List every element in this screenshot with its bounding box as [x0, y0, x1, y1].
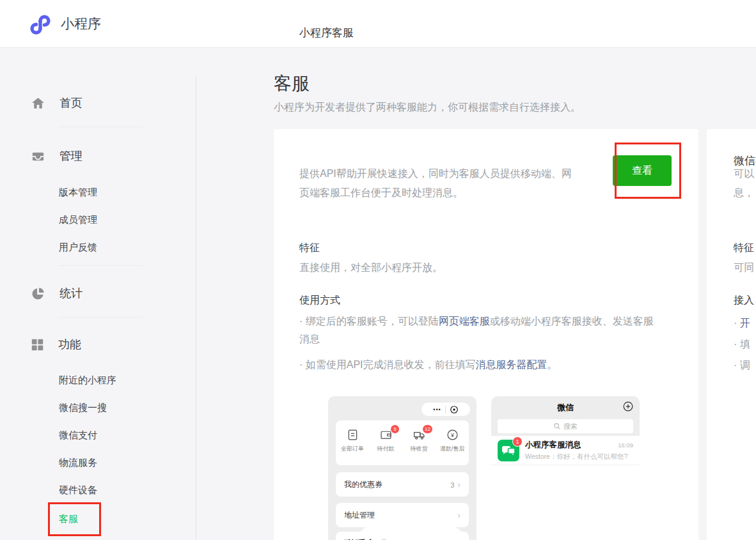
usage-bullets: · 开 · 填 · 调: [734, 312, 750, 376]
list-item-contact-service: 联系客服 ›: [336, 532, 469, 540]
order-list-icon: [346, 428, 359, 442]
sidebar-item-manage[interactable]: 管理: [31, 148, 83, 164]
chat-list: 1 小程序客服消息 16:09 Westore：你好，有什么可以帮您?: [491, 436, 640, 540]
usage-bullet-2: · 填: [734, 334, 750, 355]
usage-bullet-1: · 开: [734, 312, 750, 334]
grid-icon: [31, 338, 44, 351]
usage-bullet-2: · 如需使用API完成消息收发，前往填写消息服务器配置。: [299, 356, 654, 374]
list-item-coupons: 我的优惠券 3›: [336, 472, 469, 497]
phone-mockup-miniprogram: ••• 全部订单 待付款: [328, 396, 476, 540]
sidebar-separator: [59, 317, 143, 318]
feature-text: 直接使用，对全部小程序开放。: [299, 258, 443, 277]
usage-bullet-1-line-1: · 绑定后的客服账号，可以登陆网页端客服或移动端小程序客服接收、发送客服: [299, 312, 654, 330]
sidebar-divider: [196, 77, 196, 540]
plus-circle-icon: [623, 401, 633, 412]
search-bar: 搜索: [498, 419, 633, 433]
order-shortcuts-panel: 全部订单 待付款 5 待收货 12: [336, 420, 469, 465]
badge: 5: [391, 425, 399, 433]
usage-bullet-1-line-2: 消息: [299, 330, 654, 348]
page-subtitle: 小程序为开发者提供了两种客服能力，你可根据需求自行选择接入。: [274, 101, 581, 114]
home-icon: [31, 96, 45, 111]
annotation-box-sidebar-customer-service: [48, 502, 101, 536]
sidebar-item-label: 功能: [58, 337, 81, 352]
annotation-box-view-button: [615, 143, 681, 199]
sidebar-item-member-manage[interactable]: 成员管理: [59, 213, 97, 226]
miniprogram-logo[interactable]: 小程序: [28, 12, 101, 36]
sidebar-item-hardware[interactable]: 硬件设备: [59, 484, 97, 497]
sidebar-item-home[interactable]: 首页: [31, 95, 83, 111]
badge: 12: [423, 425, 432, 433]
chat-time: 16:09: [618, 442, 633, 449]
search-icon: [553, 422, 561, 430]
refund-icon: ¥: [446, 428, 459, 442]
sidebar-item-features[interactable]: 功能: [31, 336, 81, 353]
card-description: 可以 息，: [734, 164, 754, 203]
pie-chart-icon: [31, 286, 45, 301]
top-header: 小程序: [0, 0, 756, 48]
sidebar-item-stats[interactable]: 统计: [31, 285, 83, 302]
sidebar-item-nearby-miniprogram[interactable]: 附近的小程序: [59, 374, 116, 387]
svg-text:¥: ¥: [450, 432, 454, 438]
usage-bullet-3: · 调: [734, 355, 750, 376]
phone-mockup-wechat: 微信 搜索: [491, 396, 640, 540]
card-wechat-customer-service: 微信客服 可以 息， 特征 可同 接入 · 开 · 填 · 调: [707, 129, 756, 540]
chevron-right-icon: ›: [457, 479, 461, 490]
shortcut-all-orders: 全部订单: [336, 428, 368, 453]
inline-link[interactable]: 消息服务器配置: [476, 359, 547, 370]
sidebar-item-logistics[interactable]: 物流服务: [59, 456, 97, 469]
inline-link[interactable]: 开: [740, 318, 750, 328]
usage-bullets: · 绑定后的客服账号，可以登陆网页端客服或移动端小程序客服接收、发送客服 消息 …: [299, 312, 654, 374]
sidebar-separator: [59, 127, 143, 127]
sidebar-separator: [59, 265, 143, 266]
shortcut-refund: ¥ 退款/售后: [436, 428, 468, 453]
list-item-address: 地址管理 ›: [336, 503, 469, 527]
miniprogram-logo-icon: [28, 12, 52, 36]
unread-badge: 1: [512, 436, 523, 447]
sidebar-item-wechat-search[interactable]: 微信搜一搜: [59, 401, 107, 414]
sidebar-item-label: 统计: [59, 286, 83, 301]
chat-list-item: 1 小程序客服消息 16:09 Westore：你好，有什么可以帮您?: [491, 436, 640, 465]
feature-text: 可同: [734, 258, 754, 277]
shortcut-pending-delivery: 待收货 12: [403, 428, 435, 453]
feature-heading: 特征: [299, 242, 320, 255]
wechat-nav-bar: 微信 搜索: [491, 396, 640, 436]
app-window: 小程序 首页 管理 版本管理 成员管理 用户反馈 统计: [0, 0, 756, 540]
sidebar-item-user-feedback[interactable]: 用户反馈: [59, 241, 97, 254]
wechat-title: 微信: [491, 402, 640, 413]
logo-text: 小程序: [61, 15, 101, 33]
usage-heading: 使用方式: [299, 294, 340, 307]
page-title: 客服: [274, 72, 310, 96]
capsule-menu: •••: [421, 403, 470, 416]
chevron-right-icon: ›: [457, 510, 461, 520]
capsule-target-icon: [450, 405, 459, 414]
chat-preview: Westore：你好，有什么可以帮您?: [525, 452, 633, 461]
more-dots-icon: •••: [433, 406, 441, 413]
sidebar-item-label: 首页: [59, 95, 83, 111]
usage-heading: 接入: [734, 294, 754, 307]
card-title: 小程序客服: [299, 26, 354, 40]
feature-heading: 特征: [734, 242, 754, 255]
shortcut-pending-payment: 待付款 5: [370, 428, 402, 453]
card-miniprogram-customer-service: 小程序客服 查看 提供API帮助开展快速接入，同时为客服人员提供移动端、网 页端…: [274, 129, 698, 540]
chat-title: 小程序客服消息: [525, 440, 581, 451]
inline-link[interactable]: 网页端客服: [439, 316, 490, 327]
sidebar-item-label: 管理: [59, 148, 83, 164]
inbox-icon: [31, 149, 45, 164]
card-description: 提供API帮助开展快速接入，同时为客服人员提供移动端、网 页端客服工作台便于及时…: [299, 164, 572, 203]
sidebar-item-version-manage[interactable]: 版本管理: [59, 186, 97, 199]
sidebar-item-wechat-pay[interactable]: 微信支付: [59, 429, 97, 442]
